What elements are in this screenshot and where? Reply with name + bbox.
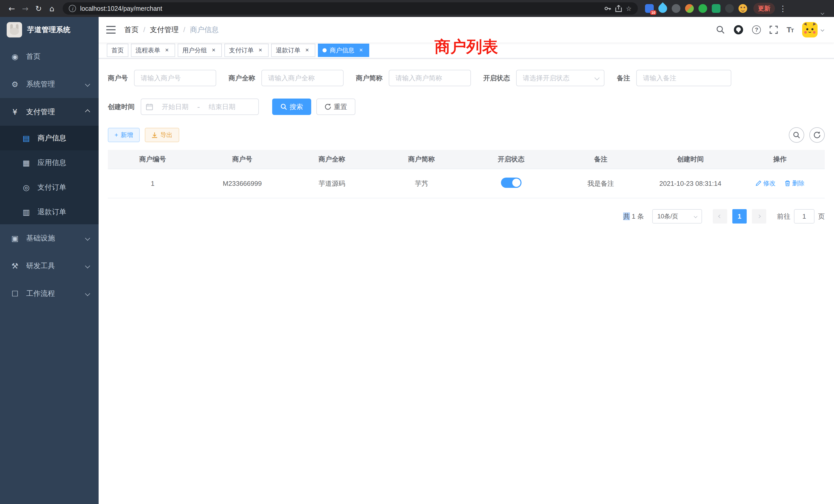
extension-icon[interactable]: 10 xyxy=(645,4,654,13)
filter-row-1: 商户号 商户全称 商户简称 开启状态 xyxy=(108,70,825,86)
url-text[interactable]: localhost:1024/pay/merchant xyxy=(80,5,600,12)
cell-actions: 修改 删除 xyxy=(735,169,825,198)
browser-back-icon[interactable]: ← xyxy=(5,2,19,15)
hamburger-icon[interactable] xyxy=(106,25,116,34)
col-remark: 备注 xyxy=(556,150,645,169)
breadcrumb-home[interactable]: 首页 xyxy=(124,25,139,35)
sidebar-item-system[interactable]: ⚙ 系统管理 xyxy=(0,70,98,98)
sidebar-item-workflow[interactable]: ☐ 工作流程 xyxy=(0,280,98,307)
chevron-down-icon xyxy=(821,28,824,31)
site-info-icon[interactable]: i xyxy=(69,5,76,12)
cell-short-name: 芋艿 xyxy=(377,169,466,198)
font-size-icon[interactable]: TT xyxy=(787,25,793,34)
sidebar-item-label: 应用信息 xyxy=(38,158,66,167)
date-range-picker[interactable]: - xyxy=(141,98,259,115)
reset-button[interactable]: 重置 xyxy=(316,98,355,115)
close-icon[interactable]: × xyxy=(210,47,217,54)
tab-merchant-info[interactable]: 商户信息 × xyxy=(318,44,369,57)
edit-button[interactable]: 修改 xyxy=(755,179,775,187)
password-key-icon[interactable] xyxy=(604,5,611,12)
close-icon[interactable]: × xyxy=(163,47,171,54)
next-page-button[interactable] xyxy=(752,209,766,224)
sidebar-item-label: 退款订单 xyxy=(38,207,66,217)
tab-user-group[interactable]: 用户分组 × xyxy=(178,44,222,57)
app-logo[interactable]: 芋道管理系统 xyxy=(0,17,98,43)
extension-icon[interactable] xyxy=(698,4,707,13)
date-end-input[interactable] xyxy=(202,103,242,111)
date-separator: - xyxy=(197,102,200,112)
search-button[interactable]: 搜索 xyxy=(272,98,311,115)
close-icon[interactable]: × xyxy=(257,47,264,54)
remark-input[interactable] xyxy=(636,70,731,86)
sidebar-item-refund-order[interactable]: ▥ 退款订单 xyxy=(0,200,98,224)
browser-reload-icon[interactable]: ↻ xyxy=(32,2,45,15)
profile-avatar-icon[interactable] xyxy=(739,4,747,13)
table-header-row: 商户编号 商户号 商户全称 商户简称 开启状态 备注 创建时间 操作 xyxy=(108,150,825,169)
status-select[interactable] xyxy=(516,70,605,86)
page-size-value: 10条/页 xyxy=(657,212,678,221)
extension-icon[interactable] xyxy=(685,4,694,13)
sidebar-item-payment[interactable]: ¥ 支付管理 xyxy=(0,98,98,126)
sidebar-item-pay-order[interactable]: ◎ 支付订单 xyxy=(0,175,98,200)
breadcrumb-payment[interactable]: 支付管理 xyxy=(150,25,179,35)
address-bar[interactable]: i localhost:1024/pay/merchant ☆ xyxy=(63,2,638,15)
fullscreen-icon[interactable] xyxy=(770,26,778,34)
prev-page-button[interactable] xyxy=(713,209,727,224)
export-button[interactable]: 导出 xyxy=(145,128,179,142)
github-icon[interactable] xyxy=(733,25,743,35)
search-icon[interactable] xyxy=(716,25,725,34)
status-toggle[interactable] xyxy=(501,178,522,188)
full-name-input[interactable] xyxy=(261,70,344,86)
close-icon[interactable]: × xyxy=(304,47,311,54)
sidebar-item-app-info[interactable]: ▦ 应用信息 xyxy=(0,151,98,175)
goto-page-input[interactable] xyxy=(794,209,814,224)
page-size-select[interactable]: 10条/页 xyxy=(652,209,702,224)
help-icon[interactable]: ? xyxy=(752,25,761,34)
search-button-label: 搜索 xyxy=(290,102,303,111)
col-status: 开启状态 xyxy=(466,150,556,169)
extension-icon[interactable] xyxy=(657,2,669,15)
total-count: 共 1 条 xyxy=(623,212,644,221)
edit-icon xyxy=(755,180,762,186)
browser-home-icon[interactable]: ⌂ xyxy=(45,2,59,15)
tab-home[interactable]: 首页 xyxy=(107,44,128,57)
export-button-label: 导出 xyxy=(160,131,173,139)
browser-menu-icon[interactable]: ⋮ xyxy=(779,4,787,13)
refresh-icon[interactable] xyxy=(809,127,825,143)
toggle-search-icon[interactable] xyxy=(789,127,804,143)
sidebar-item-home[interactable]: ◉ 首页 xyxy=(0,43,98,70)
tab-refund-order[interactable]: 退款订单 × xyxy=(271,44,315,57)
bookmark-star-icon[interactable]: ☆ xyxy=(626,5,632,12)
page-number-1[interactable]: 1 xyxy=(732,209,747,224)
dashboard-icon: ◉ xyxy=(10,52,20,61)
field-label: 商户简称 xyxy=(356,74,382,83)
add-button-label: 新增 xyxy=(121,131,133,139)
short-name-input[interactable] xyxy=(389,70,471,86)
sidebar-item-label: 研发工具 xyxy=(26,261,55,271)
col-full-name: 商户全称 xyxy=(287,150,377,169)
monitor-icon: ▣ xyxy=(10,234,20,243)
share-icon[interactable] xyxy=(615,5,622,12)
goto-suffix-label: 页 xyxy=(818,212,825,221)
field-label: 开启状态 xyxy=(483,74,510,83)
browser-update-button[interactable]: 更新 xyxy=(753,3,775,14)
browser-forward-icon[interactable]: → xyxy=(19,2,32,15)
tab-process-form[interactable]: 流程表单 × xyxy=(131,44,175,57)
merchant-no-input[interactable] xyxy=(134,70,216,86)
sidebar-item-merchant-info[interactable]: ▤ 商户信息 xyxy=(0,126,98,151)
extension-icon[interactable] xyxy=(712,4,721,13)
date-start-input[interactable] xyxy=(155,103,195,111)
search-icon xyxy=(280,104,287,110)
close-icon[interactable]: × xyxy=(357,47,365,54)
sidebar-item-infrastructure[interactable]: ▣ 基础设施 xyxy=(0,224,98,252)
extension-icon[interactable] xyxy=(672,4,680,13)
col-create-time: 创建时间 xyxy=(645,150,735,169)
extension-icon[interactable] xyxy=(725,4,734,13)
cell-merchant-no: M233666999 xyxy=(197,169,287,198)
add-button[interactable]: + 新增 xyxy=(108,128,140,142)
delete-button[interactable]: 删除 xyxy=(785,179,805,187)
tab-pay-order[interactable]: 支付订单 × xyxy=(224,44,269,57)
chevron-down-icon[interactable] xyxy=(821,11,824,15)
user-avatar[interactable] xyxy=(802,22,824,38)
sidebar-item-dev-tools[interactable]: ⚒ 研发工具 xyxy=(0,252,98,280)
